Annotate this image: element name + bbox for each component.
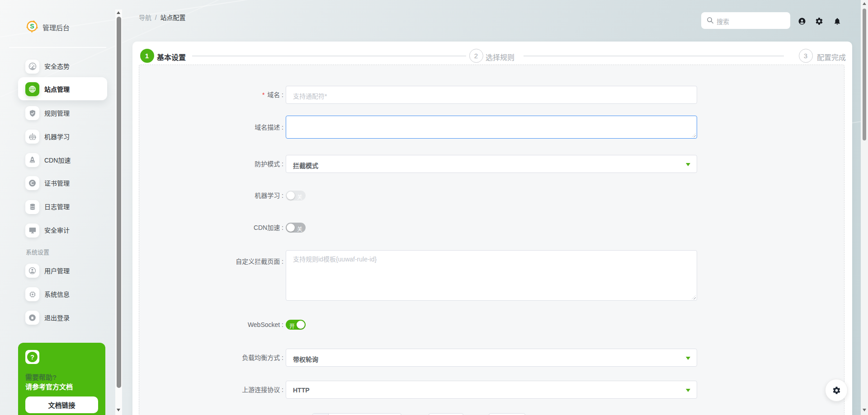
svg-text:S: S: [30, 23, 34, 30]
